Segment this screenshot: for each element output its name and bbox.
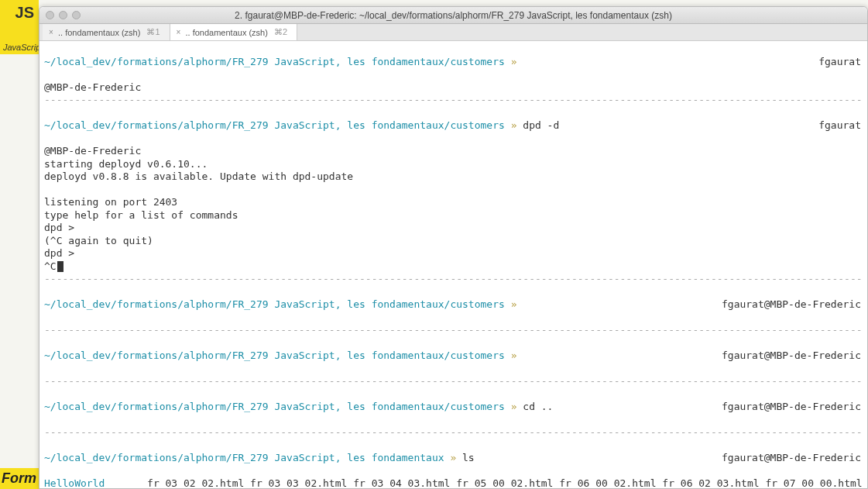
zoom-icon[interactable] bbox=[72, 11, 81, 19]
separator-line: ----------------------------------------… bbox=[44, 426, 863, 439]
output-line: ^C bbox=[44, 260, 63, 272]
cmd-text: dpd -d bbox=[523, 119, 559, 131]
cmd-text: cd .. bbox=[523, 401, 553, 412]
prompt-arrow: » bbox=[511, 350, 517, 361]
ls-row: HelloWorld fr_03_02_02.html fr_03_03_02.… bbox=[44, 477, 867, 488]
close-icon[interactable]: × bbox=[175, 29, 183, 36]
tab-shortcut: ⌘1 bbox=[146, 27, 160, 37]
js-badge-label: JavaScript bbox=[3, 43, 43, 52]
separator-line: ----------------------------------------… bbox=[44, 324, 863, 337]
separator-line: ----------------------------------------… bbox=[44, 375, 863, 388]
prompt-user: fgaurat@MBP-de-Frederic bbox=[722, 298, 861, 312]
tab-label: .. fondamentaux (zsh) bbox=[58, 28, 140, 37]
output-line: type help for a list of commands bbox=[44, 209, 238, 221]
output-line: (^C again to quit) bbox=[44, 235, 153, 246]
terminal-content[interactable]: ~/local_dev/formations/alphorm/FR_279 Ja… bbox=[39, 41, 867, 488]
prompt-arrow: » bbox=[511, 56, 517, 67]
output-line: dpd > bbox=[44, 222, 74, 233]
prompt-path: ~/local_dev/formations/alphorm/FR_279 Ja… bbox=[44, 350, 505, 361]
tab-label: .. fondamentaux (zsh) bbox=[186, 28, 268, 37]
separator-line: ----------------------------------------… bbox=[44, 273, 863, 286]
prompt-user: fgaurat bbox=[818, 119, 861, 133]
prompt-arrow: » bbox=[511, 401, 517, 412]
output-line: dpd > bbox=[44, 247, 74, 259]
prompt-user: fgaurat bbox=[818, 56, 861, 69]
terminal-window: 2. fgaurat@MBP-de-Frederic: ~/local_dev/… bbox=[39, 6, 868, 489]
window-controls[interactable] bbox=[46, 11, 81, 19]
prompt-path: ~/local_dev/formations/alphorm/FR_279 Ja… bbox=[44, 56, 505, 67]
tab-2[interactable]: × .. fondamentaux (zsh) ⌘2 bbox=[170, 24, 298, 40]
window-title: 2. fgaurat@MBP-de-Frederic: ~/local_dev/… bbox=[46, 10, 861, 21]
formation-label: Form bbox=[0, 468, 41, 489]
tab-bar: × .. fondamentaux (zsh) ⌘1 × .. fondamen… bbox=[39, 24, 867, 41]
blank-line bbox=[44, 184, 50, 195]
prompt-path: ~/local_dev/formations/alphorm/FR_279 Ja… bbox=[44, 119, 505, 131]
prompt-path: ~/local_dev/formations/alphorm/FR_279 Ja… bbox=[44, 298, 505, 310]
prompt-arrow: » bbox=[450, 452, 456, 463]
close-icon[interactable] bbox=[46, 11, 54, 19]
prompt-arrow: » bbox=[511, 119, 517, 131]
cursor-icon bbox=[57, 261, 63, 272]
separator-line: ----------------------------------------… bbox=[44, 94, 863, 107]
cmd-text: ls bbox=[462, 452, 475, 463]
output-line: starting deployd v0.6.10... bbox=[44, 158, 208, 170]
prompt-host: @MBP-de-Frederic bbox=[44, 81, 141, 93]
tab-shortcut: ⌘2 bbox=[274, 27, 287, 37]
minimize-icon[interactable] bbox=[59, 11, 67, 19]
prompt-user: fgaurat@MBP-de-Frederic bbox=[722, 401, 861, 414]
prompt-path: ~/local_dev/formations/alphorm/FR_279 Ja… bbox=[44, 452, 444, 463]
output-line: listening on port 2403 bbox=[44, 196, 177, 208]
prompt-user: fgaurat@MBP-de-Frederic bbox=[722, 350, 861, 363]
output-line: deployd v0.8.8 is available. Update with… bbox=[44, 170, 353, 182]
prompt-arrow: » bbox=[511, 298, 517, 310]
tab-1[interactable]: × .. fondamentaux (zsh) ⌘1 bbox=[43, 24, 170, 40]
close-icon[interactable]: × bbox=[47, 29, 55, 36]
prompt-user: fgaurat@MBP-de-Frederic bbox=[722, 452, 861, 465]
prompt-host: @MBP-de-Frederic bbox=[44, 145, 141, 157]
window-titlebar[interactable]: 2. fgaurat@MBP-de-Frederic: ~/local_dev/… bbox=[39, 7, 867, 24]
prompt-path: ~/local_dev/formations/alphorm/FR_279 Ja… bbox=[44, 401, 505, 412]
